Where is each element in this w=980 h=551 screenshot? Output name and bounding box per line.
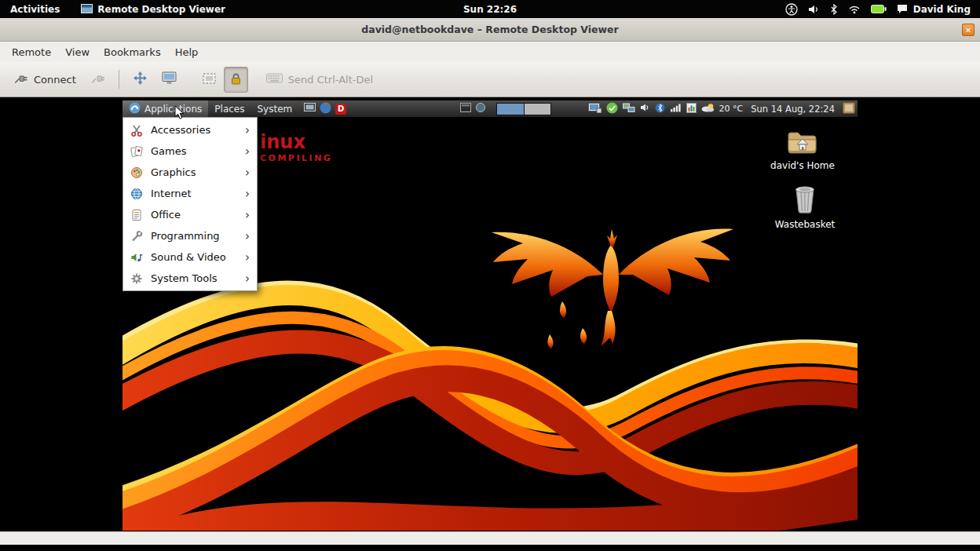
user-name: David King [913, 4, 971, 15]
accessibility-icon[interactable] [785, 3, 798, 16]
send-ctrl-alt-del-button[interactable]: Send Ctrl-Alt-Del [259, 67, 380, 92]
bottom-strip [0, 545, 980, 551]
applications-menu-button[interactable]: Applications [122, 100, 208, 117]
submenu-arrow-icon: › [245, 229, 250, 243]
toolbar-separator [119, 70, 119, 89]
places-menu-label: Places [214, 104, 244, 115]
volume-tray-icon[interactable] [640, 103, 650, 115]
fullscreen-button[interactable] [126, 65, 155, 93]
panel-window-list [460, 100, 551, 117]
desktop-icon-label: Wastebasket [767, 219, 843, 230]
send-ctrl-alt-del-label: Send Ctrl-Alt-Del [288, 74, 373, 86]
remote-screen[interactable]: inux COMPILING Applications Places [122, 100, 858, 531]
home-folder-icon [787, 129, 818, 155]
disconnect-icon [90, 72, 105, 87]
window-title: david@netbookdave – Remote Desktop Viewe… [361, 24, 618, 35]
workspace-2[interactable] [524, 104, 550, 115]
apps-menu-item-accessories[interactable]: Accessories › [123, 119, 257, 140]
bluetooth-tray-icon[interactable] [655, 103, 665, 115]
places-menu-button[interactable]: Places [208, 100, 250, 117]
menu-bookmarks[interactable]: Bookmarks [97, 43, 168, 61]
desktop-icon-wastebasket[interactable]: Wastebasket [767, 185, 843, 230]
submenu-arrow-icon: › [245, 166, 250, 180]
games-icon [130, 145, 144, 158]
menu-view[interactable]: View [58, 43, 97, 61]
panel-tray: 20 °C Sun 14 Aug, 22:24 [588, 100, 858, 117]
graphics-icon [130, 166, 144, 179]
fullscreen-icon [133, 71, 148, 88]
updates-icon[interactable] [606, 102, 618, 116]
indicator-icon[interactable] [686, 103, 697, 115]
scaling-icon [202, 72, 217, 87]
temperature-label: 20 °C [719, 104, 744, 114]
scaling-toggle-button[interactable] [195, 67, 224, 93]
sound-video-icon [130, 251, 144, 264]
connect-button[interactable]: Connect [6, 67, 83, 93]
network-tray-icon[interactable] [623, 103, 635, 115]
apps-menu-item-system-tools[interactable]: System Tools › [123, 268, 257, 289]
menu-remote[interactable]: Remote [5, 43, 58, 61]
app-window-icon [81, 4, 93, 14]
panel-clock[interactable]: Sun 14 Aug, 22:24 [748, 104, 838, 115]
applications-dropdown: Accessories › Games › Graphics › [122, 117, 258, 291]
window-list-icon[interactable] [475, 103, 486, 115]
user-menu[interactable]: David King [897, 4, 971, 15]
close-button[interactable]: ✕ [962, 24, 975, 36]
bluetooth-icon[interactable] [830, 4, 838, 15]
shell-top-bar: Activities Remote Desktop Viewer Sun 22:… [0, 0, 980, 18]
submenu-arrow-icon: › [245, 144, 250, 159]
connect-icon [13, 72, 28, 87]
wastebasket-icon [793, 185, 817, 214]
panel-launchers: D [304, 102, 346, 116]
wifi-icon[interactable] [848, 5, 861, 14]
menu-logo-icon [129, 102, 141, 116]
connect-label: Connect [34, 74, 76, 86]
remote-panel: Applications Places System [122, 100, 858, 117]
battery-icon[interactable] [871, 5, 887, 13]
readonly-toggle-button[interactable] [224, 67, 248, 93]
system-tools-icon [130, 272, 144, 285]
disconnect-button[interactable] [83, 67, 112, 93]
apps-menu-item-games[interactable]: Games › [123, 140, 257, 162]
chat-icon [897, 4, 908, 14]
window-list-icon[interactable] [460, 103, 471, 115]
apps-menu-item-office[interactable]: Office › [123, 204, 257, 225]
keyboard-icon [266, 72, 283, 86]
apps-menu-item-sound-video[interactable]: Sound & Video › [123, 246, 257, 268]
apps-menu-item-programming[interactable]: Programming › [123, 225, 257, 246]
show-desktop-icon[interactable] [843, 102, 855, 116]
menu-help[interactable]: Help [168, 43, 206, 61]
mouse-cursor [174, 105, 185, 120]
desktop-icon-home[interactable]: david's Home [765, 129, 840, 171]
system-menu-button[interactable]: System [250, 100, 298, 117]
internet-icon [130, 188, 144, 200]
panel-menus: Applications Places System [122, 100, 346, 117]
activities-button[interactable]: Activities [0, 0, 70, 18]
office-icon [130, 209, 144, 221]
lock-icon [231, 72, 241, 87]
focused-app-name: Remote Desktop Viewer [97, 4, 225, 15]
submenu-arrow-icon: › [245, 208, 250, 222]
submenu-arrow-icon: › [245, 250, 250, 265]
programming-icon [130, 230, 144, 243]
firefox-icon[interactable] [320, 102, 331, 116]
apps-menu-item-graphics[interactable]: Graphics › [123, 162, 257, 183]
signal-icon[interactable] [670, 103, 682, 115]
workspace-1[interactable] [497, 104, 524, 115]
window-titlebar[interactable]: david@netbookdave – Remote Desktop Viewe… [0, 18, 980, 42]
workspace-switcher [496, 103, 551, 115]
screenshot-button[interactable] [155, 66, 184, 93]
focused-app-menu[interactable]: Remote Desktop Viewer [81, 0, 225, 18]
d-launcher-icon[interactable]: D [335, 104, 346, 115]
shell-status-area: David King [785, 0, 980, 18]
shell-clock[interactable]: Sun 22:26 [463, 0, 517, 18]
screen: Activities Remote Desktop Viewer Sun 22:… [0, 0, 980, 551]
screenshot-launcher-icon[interactable] [304, 103, 316, 115]
applications-menu-label: Applications [144, 104, 202, 115]
apps-menu-item-internet[interactable]: Internet › [123, 183, 257, 204]
volume-icon[interactable] [808, 4, 820, 15]
weather-icon[interactable] [701, 103, 715, 115]
display-tray-icon[interactable] [588, 103, 602, 115]
submenu-arrow-icon: › [245, 123, 250, 137]
submenu-arrow-icon: › [245, 187, 250, 201]
